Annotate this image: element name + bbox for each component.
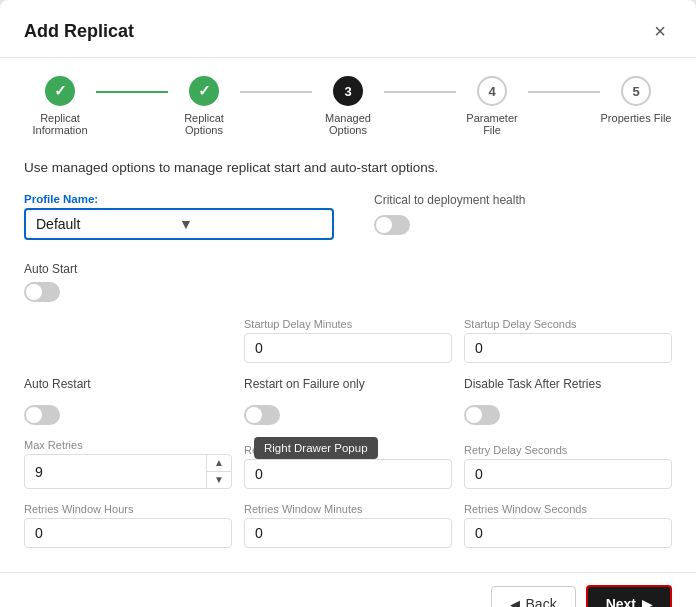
step-5: 5 Properties File: [600, 76, 672, 124]
next-icon: ▶: [642, 597, 652, 608]
step-1: ✓ Replicat Information: [24, 76, 96, 136]
info-text: Use managed options to manage replicat s…: [24, 160, 672, 175]
profile-name-label: Profile Name:: [24, 193, 334, 205]
max-retries-field: Max Retries 9 ▲ ▼: [24, 439, 232, 489]
auto-start-toggle[interactable]: [24, 282, 60, 302]
step-4-num: 4: [488, 84, 495, 99]
step-1-circle: ✓: [45, 76, 75, 106]
startup-delay-seconds-field: Startup Delay Seconds: [464, 318, 672, 363]
retry-delay-seconds-field: Retry Delay Seconds: [464, 444, 672, 489]
profile-name-select[interactable]: Default ▼: [24, 208, 334, 240]
retries-window-minutes-field: Retries Window Minutes: [244, 503, 452, 548]
startup-delay-minutes-input[interactable]: [244, 333, 452, 363]
critical-label: Critical to deployment health: [374, 193, 525, 207]
modal-header: Add Replicat ×: [0, 0, 696, 58]
modal-body: Use managed options to manage replicat s…: [0, 146, 696, 572]
step-1-check: ✓: [54, 82, 67, 100]
startup-delay-seconds-label: Startup Delay Seconds: [464, 318, 672, 330]
retry-delay-seconds-label: Retry Delay Seconds: [464, 444, 672, 456]
startup-delay-seconds-input[interactable]: [464, 333, 672, 363]
step-4-circle: 4: [477, 76, 507, 106]
auto-restart-labels-row: Auto Restart Restart on Failure only Dis…: [24, 377, 672, 391]
step-1-label: Replicat Information: [24, 112, 96, 136]
retry-delay-minutes-input[interactable]: [244, 459, 452, 489]
startup-delay-minutes-label: Startup Delay Minutes: [244, 318, 452, 330]
step-3-label: Managed Options: [312, 112, 384, 136]
step-3: 3 Managed Options: [312, 76, 384, 136]
back-label: Back: [526, 596, 557, 607]
startup-delay-minutes-field: Startup Delay Minutes: [244, 318, 452, 363]
step-5-num: 5: [632, 84, 639, 99]
restart-failure-label: Restart on Failure only: [244, 377, 452, 391]
retries-window-row: Retries Window Hours Retries Window Minu…: [24, 503, 672, 548]
step-4-label: Parameter File: [456, 112, 528, 136]
max-retries-wrapper: 9 ▲ ▼: [24, 454, 232, 489]
add-replicat-modal: Add Replicat × ✓ Replicat Information ✓ …: [0, 0, 696, 607]
max-retries-label: Max Retries: [24, 439, 232, 451]
connector-3-4: [384, 91, 456, 93]
startup-delay-row: Startup Delay Minutes Startup Delay Seco…: [24, 318, 672, 363]
retries-window-minutes-label: Retries Window Minutes: [244, 503, 452, 515]
step-5-label: Properties File: [601, 112, 672, 124]
profile-name-value: Default: [36, 216, 179, 232]
chevron-down-icon: ▼: [179, 216, 322, 232]
max-retries-up-button[interactable]: ▲: [207, 455, 231, 472]
max-retries-value: 9: [25, 458, 206, 486]
next-label: Next: [606, 596, 636, 607]
connector-2-3: [240, 91, 312, 93]
step-3-circle: 3: [333, 76, 363, 106]
modal-footer: ◀ Back Next ▶: [0, 572, 696, 607]
restart-failure-toggle[interactable]: [244, 405, 280, 425]
profile-name-field: Profile Name: Default ▼: [24, 193, 334, 240]
close-button[interactable]: ×: [648, 18, 672, 45]
disable-task-toggle[interactable]: [464, 405, 500, 425]
step-2-circle: ✓: [189, 76, 219, 106]
retries-window-hours-label: Retries Window Hours: [24, 503, 232, 515]
retries-window-minutes-input[interactable]: [244, 518, 452, 548]
retries-window-hours-input[interactable]: [24, 518, 232, 548]
auto-restart-toggles-row: Right Drawer Popup: [24, 405, 672, 425]
auto-restart-toggle[interactable]: [24, 405, 60, 425]
connector-4-5: [528, 91, 600, 93]
modal-title: Add Replicat: [24, 21, 134, 42]
step-3-num: 3: [344, 84, 351, 99]
auto-start-section: Auto Start: [24, 262, 672, 308]
profile-row: Profile Name: Default ▼ Critical to depl…: [24, 193, 672, 240]
auto-restart-label: Auto Restart: [24, 377, 232, 391]
retries-window-seconds-label: Retries Window Seconds: [464, 503, 672, 515]
retries-window-hours-field: Retries Window Hours: [24, 503, 232, 548]
back-icon: ◀: [510, 597, 520, 608]
next-button[interactable]: Next ▶: [586, 585, 672, 607]
max-retries-down-button[interactable]: ▼: [207, 472, 231, 488]
stepper: ✓ Replicat Information ✓ Replicat Option…: [0, 58, 696, 146]
disable-task-label: Disable Task After Retries: [464, 377, 672, 391]
auto-start-row: Auto Start: [24, 262, 672, 276]
critical-toggle[interactable]: [374, 215, 410, 235]
step-4: 4 Parameter File: [456, 76, 528, 136]
retries-window-seconds-field: Retries Window Seconds: [464, 503, 672, 548]
step-2-check: ✓: [198, 82, 211, 100]
tooltip-popup: Right Drawer Popup: [254, 437, 378, 459]
retries-window-seconds-input[interactable]: [464, 518, 672, 548]
auto-start-label: Auto Start: [24, 262, 77, 276]
critical-field: Critical to deployment health: [374, 193, 525, 235]
back-button[interactable]: ◀ Back: [491, 586, 576, 607]
connector-1-2: [96, 91, 168, 93]
step-2: ✓ Replicat Options: [168, 76, 240, 136]
retry-delay-seconds-input[interactable]: [464, 459, 672, 489]
step-2-label: Replicat Options: [168, 112, 240, 136]
max-retries-stepper: ▲ ▼: [206, 455, 231, 488]
step-5-circle: 5: [621, 76, 651, 106]
